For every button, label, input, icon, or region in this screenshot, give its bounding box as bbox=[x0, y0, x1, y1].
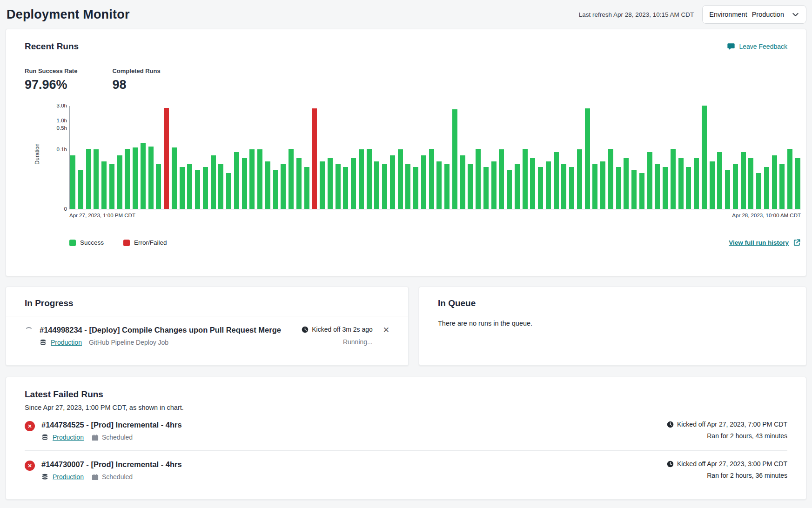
chart-bar-success[interactable] bbox=[125, 149, 130, 209]
chart-bar-success[interactable] bbox=[226, 173, 231, 209]
chart-bar-success[interactable] bbox=[491, 161, 497, 209]
chart-bar-success[interactable] bbox=[436, 161, 442, 209]
chart-bar-success[interactable] bbox=[328, 158, 333, 209]
chart-bar-success[interactable] bbox=[600, 161, 605, 209]
environment-dropdown[interactable]: Environment Production bbox=[702, 5, 806, 24]
chart-bar-failed[interactable] bbox=[164, 108, 169, 209]
chart-bar-success[interactable] bbox=[343, 167, 348, 209]
chart-bar-success[interactable] bbox=[554, 152, 559, 209]
chart-bar-success[interactable] bbox=[359, 149, 364, 209]
chart-bar-success[interactable] bbox=[203, 167, 208, 209]
view-full-run-history-link[interactable]: View full run history bbox=[729, 239, 801, 247]
chart-bar-success[interactable] bbox=[748, 158, 753, 209]
chart-bar-success[interactable] bbox=[756, 173, 761, 209]
chart-bar-success[interactable] bbox=[530, 158, 535, 209]
chart-bar-success[interactable] bbox=[585, 108, 590, 209]
chart-bar-success[interactable] bbox=[211, 155, 216, 209]
chart-bar-success[interactable] bbox=[289, 149, 294, 209]
chart-bar-success[interactable] bbox=[733, 164, 738, 209]
in-progress-production-link[interactable]: Production bbox=[51, 339, 82, 346]
chart-bar-success[interactable] bbox=[460, 155, 465, 209]
chart-bar-success[interactable] bbox=[398, 149, 403, 209]
chart-bar-success[interactable] bbox=[694, 158, 699, 209]
chart-bar-success[interactable] bbox=[281, 164, 286, 209]
chart-bar-success[interactable] bbox=[187, 164, 192, 209]
chart-bar-success[interactable] bbox=[787, 149, 792, 209]
chart-bar-success[interactable] bbox=[390, 155, 395, 209]
leave-feedback-link[interactable]: Leave Feedback bbox=[727, 42, 787, 51]
chart-bar-success[interactable] bbox=[94, 149, 99, 209]
chart-bar-success[interactable] bbox=[507, 170, 512, 209]
chart-bar-success[interactable] bbox=[655, 164, 660, 209]
chart-bar-success[interactable] bbox=[101, 161, 107, 209]
chart-bar-success[interactable] bbox=[180, 167, 185, 209]
chart-bar-success[interactable] bbox=[351, 158, 356, 209]
chart-bar-success[interactable] bbox=[109, 164, 114, 209]
chart-bar-success[interactable] bbox=[117, 155, 122, 209]
chart-bar-success[interactable] bbox=[671, 149, 676, 209]
chart-bar-success[interactable] bbox=[429, 149, 434, 209]
chart-bar-success[interactable] bbox=[133, 147, 138, 209]
chart-bar-success[interactable] bbox=[710, 161, 715, 209]
chart-bar-success[interactable] bbox=[86, 149, 91, 209]
chart-bar-success[interactable] bbox=[242, 158, 247, 209]
chart-bar-success[interactable] bbox=[639, 173, 644, 209]
chart-bar-success[interactable] bbox=[577, 149, 582, 209]
chart-bar-success[interactable] bbox=[546, 161, 551, 209]
chart-bar-success[interactable] bbox=[452, 109, 457, 209]
chart-bar-success[interactable] bbox=[624, 158, 629, 209]
chart-bar-failed[interactable] bbox=[312, 108, 317, 209]
chart-bar-success[interactable] bbox=[569, 167, 574, 209]
failed-run-production-link[interactable]: Production bbox=[53, 473, 84, 481]
chart-bar-success[interactable] bbox=[413, 167, 418, 209]
chart-bar-success[interactable] bbox=[468, 164, 473, 209]
chart-bar-success[interactable] bbox=[444, 164, 450, 209]
chart-bar-success[interactable] bbox=[234, 152, 239, 209]
chart-bar-success[interactable] bbox=[702, 106, 707, 209]
chart-bar-success[interactable] bbox=[257, 149, 262, 209]
chart-bar-success[interactable] bbox=[741, 152, 746, 209]
chart-bar-success[interactable] bbox=[678, 158, 684, 209]
chart-bar-success[interactable] bbox=[78, 170, 83, 209]
chart-bar-success[interactable] bbox=[148, 147, 154, 209]
chart-bar-success[interactable] bbox=[663, 167, 668, 209]
chart-bar-success[interactable] bbox=[499, 149, 504, 209]
chart-bar-success[interactable] bbox=[631, 170, 637, 209]
chart-bar-success[interactable] bbox=[382, 164, 387, 209]
chart-bar-success[interactable] bbox=[772, 155, 777, 209]
chart-bar-success[interactable] bbox=[608, 149, 613, 209]
chart-bar-success[interactable] bbox=[795, 158, 800, 209]
chart-bar-success[interactable] bbox=[218, 164, 223, 209]
chart-bar-success[interactable] bbox=[320, 161, 325, 209]
chart-bar-success[interactable] bbox=[367, 149, 372, 209]
failed-run-production-link[interactable]: Production bbox=[53, 434, 84, 441]
chart-bar-success[interactable] bbox=[273, 170, 278, 209]
chart-bar-success[interactable] bbox=[717, 152, 722, 209]
chart-bar-success[interactable] bbox=[304, 167, 309, 209]
chart-bar-success[interactable] bbox=[561, 164, 566, 209]
chart-bar-success[interactable] bbox=[764, 167, 769, 209]
chart-bar-success[interactable] bbox=[265, 161, 270, 209]
chart-bar-success[interactable] bbox=[156, 164, 161, 209]
chart-bar-success[interactable] bbox=[592, 164, 597, 209]
chart-bar-success[interactable] bbox=[483, 167, 489, 209]
chart-bar-success[interactable] bbox=[476, 149, 481, 209]
chart-bar-success[interactable] bbox=[70, 155, 75, 209]
chart-bar-success[interactable] bbox=[172, 147, 177, 209]
chart-bar-success[interactable] bbox=[647, 152, 652, 209]
chart-bar-success[interactable] bbox=[249, 149, 255, 209]
chart-bar-success[interactable] bbox=[686, 167, 691, 209]
chart-bar-success[interactable] bbox=[195, 170, 200, 209]
chart-bar-success[interactable] bbox=[336, 164, 341, 209]
chart-bar-success[interactable] bbox=[421, 155, 426, 209]
chart-bar-success[interactable] bbox=[779, 164, 785, 209]
chart-bar-success[interactable] bbox=[523, 149, 528, 209]
chart-bar-success[interactable] bbox=[616, 167, 621, 209]
chart-bar-success[interactable] bbox=[296, 158, 302, 209]
chart-bar-success[interactable] bbox=[515, 164, 520, 209]
chart-bar-success[interactable] bbox=[374, 161, 379, 209]
chart-bar-success[interactable] bbox=[405, 164, 410, 209]
chart-bar-success[interactable] bbox=[725, 170, 730, 209]
chart-bar-success[interactable] bbox=[141, 143, 146, 209]
chart-bar-success[interactable] bbox=[538, 167, 543, 209]
